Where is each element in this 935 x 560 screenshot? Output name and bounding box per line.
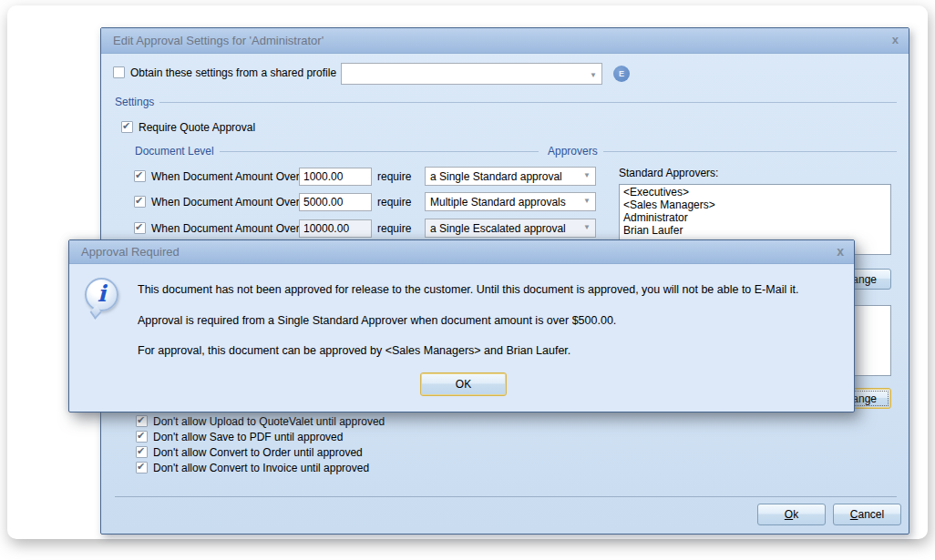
amount-row-2-label: When Document Amount Over [151, 196, 300, 209]
info-icon: i [85, 278, 121, 320]
close-icon[interactable]: x [837, 244, 844, 259]
shared-profile-checkbox[interactable] [113, 66, 125, 78]
amount-row-2-approval-value: Multiple Standard approvals [430, 196, 566, 209]
document-level-group-line [220, 151, 539, 152]
amount-row-3-checkbox[interactable] [134, 222, 146, 234]
document-level-group-header: Document Level [135, 145, 539, 158]
main-dialog-titlebar[interactable]: Edit Approval Settings for 'Administrato… [101, 28, 909, 54]
screenshot-canvas: Edit Approval Settings for 'Administrato… [0, 0, 935, 560]
modal-ok-button-label: OK [456, 378, 471, 391]
chevron-down-icon: ▼ [583, 171, 591, 179]
amount-row-1-checkbox[interactable] [134, 170, 146, 182]
dont-allow-convert-invoice-label: Don't allow Convert to Invoice until app… [153, 462, 369, 474]
list-item[interactable]: <Executives> [620, 186, 890, 199]
dont-allow-upload-quotevalet-checkbox[interactable] [136, 415, 148, 427]
cancel-button-label: Cancel [850, 508, 884, 521]
approvers-group-line [603, 151, 897, 152]
shared-profile-dropdown[interactable]: ▼ [341, 63, 602, 85]
info-icon-glyph: i [85, 280, 118, 307]
cancel-button[interactable]: Cancel [833, 504, 901, 525]
chevron-down-icon: ▼ [590, 71, 597, 79]
approval-required-dialog: Approval Required x i This document has … [68, 239, 855, 412]
amount-row-3-input[interactable] [299, 219, 372, 238]
document-level-group-label: Document Level [135, 145, 214, 158]
require-quote-approval-label: Require Quote Approval [139, 121, 255, 134]
standard-approvers-label: Standard Approvers: [619, 167, 718, 179]
modal-message-line: Approval is required from a Single Stand… [138, 314, 616, 327]
chevron-down-icon: ▼ [583, 223, 591, 231]
ok-button-label: Ok [785, 508, 798, 521]
amount-row-1-require-label: require [377, 170, 411, 183]
list-item[interactable]: <Sales Managers> [620, 199, 890, 211]
list-item[interactable]: Brian Laufer [620, 224, 890, 237]
settings-group-label: Settings [115, 96, 154, 108]
modal-titlebar[interactable]: Approval Required x [69, 240, 854, 264]
dont-allow-convert-invoice-checkbox[interactable] [136, 462, 148, 473]
amount-row-2-checkbox[interactable] [134, 196, 146, 208]
ok-button[interactable]: Ok [757, 504, 826, 525]
amount-row-3-approval-value: a Single Escalated approval [430, 222, 566, 235]
approvers-group-label: Approvers [548, 145, 598, 158]
dont-allow-convert-order-label: Don't allow Convert to Order until appro… [153, 446, 363, 459]
amount-row-3-approval-dropdown[interactable]: a Single Escalated approval ▼ [425, 219, 596, 238]
amount-row-1-approval-dropdown[interactable]: a Single Standard approval ▼ [425, 167, 596, 186]
amount-row-2-require-label: require [377, 196, 411, 209]
amount-row-2-input[interactable] [299, 193, 372, 211]
shared-profile-label: Obtain these settings from a shared prof… [130, 66, 336, 79]
profile-edit-button[interactable]: E [613, 66, 630, 82]
modal-ok-button[interactable]: OK [420, 372, 507, 396]
approvers-group-header: Approvers [548, 145, 897, 158]
footer-separator [115, 496, 897, 497]
amount-row-1-label: When Document Amount Over [151, 170, 300, 183]
dont-allow-save-pdf-checkbox[interactable] [136, 431, 148, 443]
settings-group-line [159, 102, 897, 103]
modal-message-line: This document has not been approved for … [138, 283, 798, 296]
dont-allow-convert-order-checkbox[interactable] [136, 446, 148, 458]
amount-row-1-approval-value: a Single Standard approval [430, 170, 562, 183]
main-dialog-title: Edit Approval Settings for 'Administrato… [113, 28, 324, 53]
dont-allow-save-pdf-label: Don't allow Save to PDF until approved [153, 431, 343, 443]
amount-row-3-require-label: require [377, 222, 411, 235]
close-icon[interactable]: x [892, 33, 899, 47]
amount-row-2-approval-dropdown[interactable]: Multiple Standard approvals ▼ [425, 192, 596, 211]
modal-title: Approval Required [81, 240, 180, 263]
settings-group-header: Settings [115, 96, 897, 108]
amount-row-1-input[interactable] [299, 168, 372, 186]
require-quote-approval-checkbox[interactable] [121, 121, 133, 133]
list-item[interactable]: Administrator [620, 211, 890, 224]
dont-allow-upload-quotevalet-label: Don't allow Upload to QuoteValet until a… [153, 415, 385, 428]
amount-row-3-label: When Document Amount Over [151, 222, 300, 235]
chevron-down-icon: ▼ [583, 197, 591, 205]
modal-message-line: For approval, this document can be appro… [138, 344, 570, 357]
